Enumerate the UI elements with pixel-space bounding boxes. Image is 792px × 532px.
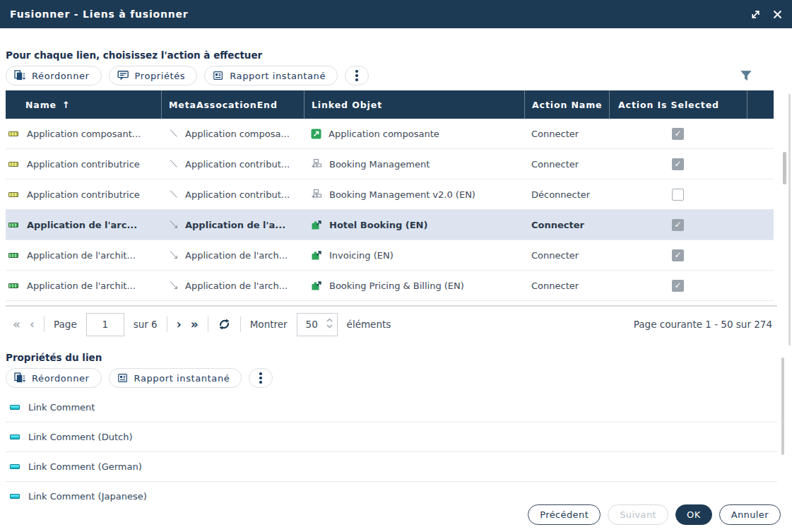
next-button[interactable]: Suivant xyxy=(608,504,668,525)
instant-report-label: Rapport instantané xyxy=(134,373,230,384)
next-page-button[interactable]: › xyxy=(177,319,182,331)
row-name: Application contributrice xyxy=(27,189,140,200)
filter-icon[interactable] xyxy=(740,70,752,81)
list-item[interactable]: Link Comment (Japanese) xyxy=(6,482,777,502)
items-label: éléments xyxy=(347,319,391,330)
column-header-linked-object[interactable]: Linked Objet xyxy=(304,90,524,119)
previous-button[interactable]: Précédent xyxy=(528,504,601,525)
previous-page-button[interactable]: ‹ xyxy=(30,319,35,331)
application-component-icon xyxy=(311,129,321,139)
row-name: Application contributrice xyxy=(27,159,140,170)
first-page-button[interactable]: « xyxy=(13,319,20,331)
refresh-icon[interactable] xyxy=(218,318,231,331)
cancel-button[interactable]: Annuler xyxy=(719,504,781,525)
list-item[interactable]: Link Comment xyxy=(6,393,777,422)
page-number-input[interactable] xyxy=(86,313,124,336)
row-linked-object: Application composante xyxy=(329,129,439,139)
link-yellow-icon xyxy=(8,131,18,136)
last-page-button[interactable]: » xyxy=(191,319,199,331)
dialog-scrollbar-track[interactable] xyxy=(788,94,791,345)
application-outline-icon xyxy=(311,158,322,170)
property-cyan-icon xyxy=(10,405,20,410)
action-selected-checkbox[interactable] xyxy=(672,280,684,292)
divider xyxy=(208,317,208,332)
list-item-label: Link Comment (German) xyxy=(28,461,142,472)
table-row-selected[interactable]: Application de l'arc... Application de l… xyxy=(6,210,774,240)
column-header-name[interactable]: Name ↑ xyxy=(6,90,161,119)
list-item-label: Link Comment (Japanese) xyxy=(28,491,147,502)
instant-report-button[interactable]: Rapport instantané xyxy=(109,368,242,388)
property-cyan-icon xyxy=(10,494,20,499)
instant-report-button[interactable]: Rapport instantané xyxy=(204,66,338,85)
divider xyxy=(167,317,167,332)
action-selected-checkbox[interactable] xyxy=(672,158,684,170)
row-meta: Application contribut... xyxy=(185,189,290,200)
reorder-icon xyxy=(14,372,26,384)
properties-label: Propriétés xyxy=(135,71,186,81)
close-icon[interactable] xyxy=(773,10,782,19)
pagination-bar: « ‹ Page sur 6 › » Montrer éléments xyxy=(6,309,781,339)
row-action: Connecter xyxy=(531,250,579,261)
association-line-icon xyxy=(168,189,179,200)
kebab-menu-icon xyxy=(259,372,262,384)
row-name: Application de l'archit... xyxy=(27,250,136,261)
properties-heading: Propriétés du lien xyxy=(6,352,102,363)
instant-report-icon xyxy=(117,372,129,384)
reorder-button[interactable]: Réordonner xyxy=(6,66,102,85)
link-green-icon xyxy=(8,283,18,288)
links-toolbar: Réordonner Propriétés xyxy=(6,66,772,85)
application-puzzle-icon xyxy=(311,219,322,230)
more-actions-button[interactable] xyxy=(249,368,273,388)
application-puzzle-icon xyxy=(311,249,322,261)
property-cyan-icon xyxy=(10,435,20,439)
column-header-action-is-selected[interactable]: Action Is Selected xyxy=(609,90,747,119)
links-table-body: Application composant... Application com… xyxy=(6,119,774,301)
reorder-button[interactable]: Réordonner xyxy=(6,368,102,388)
dialog-footer: Précédent Suivant OK Annuler xyxy=(528,504,781,525)
table-row[interactable]: Application de l'archit... Application d… xyxy=(6,271,774,301)
row-action: Connecter xyxy=(531,129,579,139)
association-line-icon xyxy=(168,158,179,170)
list-item[interactable]: Link Comment (Dutch) xyxy=(6,422,777,452)
list-item[interactable]: Link Comment (German) xyxy=(6,452,777,482)
row-meta: Application composa... xyxy=(185,129,290,139)
row-linked-object: Booking Pricing & Billing (EN) xyxy=(329,280,464,291)
application-puzzle-icon xyxy=(311,280,322,291)
row-meta: Application de l'arch... xyxy=(185,250,288,261)
column-header-meta-association-end[interactable]: MetaAssocationEnd xyxy=(161,90,304,119)
reorder-icon xyxy=(14,70,26,81)
link-yellow-icon xyxy=(8,162,18,167)
reorder-label: Réordonner xyxy=(32,71,90,81)
column-header-empty xyxy=(747,90,774,119)
row-name: Application de l'arc... xyxy=(27,220,137,230)
action-selected-checkbox[interactable] xyxy=(672,219,684,231)
action-selected-checkbox[interactable] xyxy=(672,128,684,140)
properties-list-scrollbar-thumb[interactable] xyxy=(781,357,784,455)
table-row[interactable]: Application composant... Application com… xyxy=(6,119,774,149)
table-header: Name ↑ MetaAssocationEnd Linked Objet Ac… xyxy=(6,90,774,119)
expand-icon[interactable] xyxy=(750,9,761,20)
action-selected-checkbox[interactable] xyxy=(672,249,684,261)
kebab-menu-icon xyxy=(355,70,358,81)
table-scrollbar-thumb[interactable] xyxy=(783,152,786,184)
list-item-label: Link Comment xyxy=(28,402,95,413)
table-row[interactable]: Application de l'archit... Application d… xyxy=(6,240,774,271)
association-arrow-icon xyxy=(168,280,179,291)
row-meta: Application de l'arch... xyxy=(185,280,288,291)
row-linked-object: Hotel Booking (EN) xyxy=(329,220,427,230)
properties-toolbar: Réordonner Rapport instantané xyxy=(6,368,273,388)
row-meta: Application de l'a... xyxy=(185,220,285,230)
properties-button[interactable]: Propriétés xyxy=(109,66,198,85)
ok-button[interactable]: OK xyxy=(675,504,712,525)
sort-ascending-icon[interactable]: ↑ xyxy=(62,100,71,110)
more-actions-button[interactable] xyxy=(345,66,369,85)
table-row[interactable]: Application contributrice Application co… xyxy=(6,149,774,179)
association-line-icon xyxy=(168,128,179,139)
action-selected-checkbox[interactable] xyxy=(672,189,684,201)
column-header-action-name[interactable]: Action Name xyxy=(524,90,609,119)
reorder-label: Réordonner xyxy=(32,373,90,384)
stepper-arrows-icon[interactable] xyxy=(326,318,333,329)
column-name-label: Name xyxy=(25,100,57,110)
dialog-titlebar: Fusionner - Liens à fusionner xyxy=(0,0,792,28)
table-row[interactable]: Application contributrice Application co… xyxy=(6,179,774,210)
